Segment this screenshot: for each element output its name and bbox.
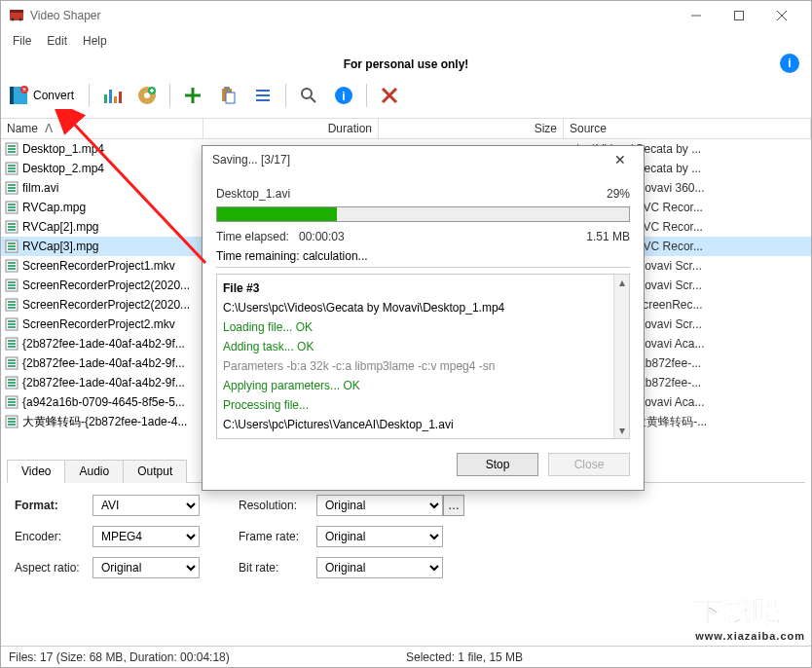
log-line: C:\Users\pc\Videos\Gecata by Movavi\Desk… [223, 298, 623, 317]
svg-rect-5 [735, 12, 744, 20]
format-select[interactable]: AVI [92, 495, 200, 516]
log-line: Loading file... OK [223, 317, 623, 337]
col-source[interactable]: Source [564, 119, 811, 138]
about-button[interactable]: i [329, 81, 358, 110]
menu-edit[interactable]: Edit [39, 32, 75, 50]
log-line: File #3 [223, 278, 623, 298]
menu-bar: File Edit Help [1, 30, 811, 52]
banner-text: For personal use only! [344, 57, 469, 71]
paste-button[interactable] [213, 81, 242, 110]
log-scrollbar[interactable]: ▴▾ [613, 275, 629, 438]
separator [89, 84, 90, 107]
tab-audio[interactable]: Audio [64, 460, 124, 483]
list-header: Name ᐱ Duration Size Source [1, 118, 811, 139]
dialog-close-icon[interactable]: ✕ [607, 152, 634, 167]
log-box: File #3 C:\Users\pc\Videos\Gecata by Mov… [216, 274, 630, 439]
svg-point-26 [302, 89, 312, 98]
svg-rect-73 [8, 340, 16, 342]
svg-rect-86 [8, 401, 16, 403]
equalizer-button[interactable] [97, 81, 127, 110]
svg-rect-37 [8, 165, 16, 167]
dialog-close-button[interactable]: Close [548, 453, 630, 476]
status-files: Files: 17 (Size: 68 MB, Duration: 00:04:… [9, 650, 230, 664]
svg-rect-50 [8, 226, 16, 228]
remaining-text: Time remaining: calculation... [216, 249, 630, 263]
svg-rect-43 [8, 190, 16, 192]
tab-video[interactable]: Video [7, 460, 65, 483]
size-text: 1.51 MB [586, 230, 630, 243]
svg-point-3 [19, 19, 22, 21]
svg-rect-75 [8, 346, 16, 348]
list-button[interactable] [248, 81, 277, 110]
encoder-select[interactable]: MPEG4 [92, 526, 200, 547]
svg-rect-42 [8, 187, 16, 189]
svg-rect-38 [8, 167, 16, 169]
svg-rect-54 [8, 245, 16, 247]
svg-rect-49 [8, 223, 16, 225]
col-name[interactable]: Name ᐱ [1, 119, 203, 138]
svg-rect-46 [8, 206, 16, 208]
format-label: Format: [15, 499, 92, 512]
minimize-button[interactable] [675, 1, 718, 30]
svg-rect-77 [8, 359, 16, 361]
svg-rect-63 [8, 287, 16, 289]
svg-rect-1 [10, 10, 23, 13]
window-title: Video Shaper [30, 9, 675, 22]
convert-label: Convert [33, 89, 74, 102]
svg-rect-55 [8, 248, 16, 250]
svg-rect-67 [8, 307, 16, 309]
watermark: 下载吧 www.xiazaiba.com [695, 593, 805, 642]
convert-button[interactable]: Convert [7, 81, 81, 110]
svg-rect-87 [8, 404, 16, 406]
dialog-title: Saving... [3/17] [212, 153, 607, 167]
svg-rect-66 [8, 304, 16, 306]
svg-rect-34 [8, 148, 16, 150]
svg-rect-41 [8, 184, 16, 186]
aspect-select[interactable]: Original [92, 557, 200, 578]
svg-rect-58 [8, 265, 16, 267]
log-line: C:\Users\pc\Pictures\VanceAI\Desktop_1.a… [223, 415, 623, 434]
svg-rect-70 [8, 323, 16, 325]
svg-rect-90 [8, 421, 16, 423]
search-button[interactable] [294, 81, 323, 110]
col-duration[interactable]: Duration [203, 119, 379, 138]
tab-output[interactable]: Output [123, 460, 187, 483]
status-bar: Files: 17 (Size: 68 MB, Duration: 00:04:… [1, 646, 811, 667]
bitrate-select[interactable]: Original [316, 557, 443, 578]
svg-rect-85 [8, 398, 16, 400]
current-file: Desktop_1.avi [216, 187, 290, 201]
maximize-button[interactable] [718, 1, 760, 30]
resolution-label: Resolution: [239, 499, 316, 512]
svg-rect-81 [8, 379, 16, 381]
menu-file[interactable]: File [5, 32, 39, 50]
framerate-select[interactable]: Original [316, 526, 443, 547]
svg-rect-53 [8, 242, 16, 244]
menu-help[interactable]: Help [75, 32, 115, 50]
svg-rect-83 [8, 385, 16, 387]
elapsed-label: Time elapsed: [216, 230, 289, 243]
license-banner: For personal use only! i [1, 52, 811, 77]
resolution-select[interactable]: Original [316, 495, 443, 516]
resolution-edit-button[interactable]: … [443, 495, 464, 516]
disc-button[interactable] [132, 81, 162, 110]
add-button[interactable] [178, 81, 207, 110]
stop-button[interactable]: Stop [457, 453, 538, 476]
remove-button[interactable] [375, 81, 404, 110]
svg-rect-57 [8, 262, 16, 264]
svg-rect-78 [8, 362, 16, 364]
svg-text:i: i [342, 90, 345, 103]
status-selected: Selected: 1 file, 15 MB [406, 650, 523, 664]
svg-rect-22 [224, 87, 230, 91]
svg-rect-51 [8, 229, 16, 231]
aspect-label: Aspect ratio: [15, 561, 92, 575]
video-panel: Format: AVI Resolution: Original … Encod… [1, 483, 811, 590]
app-icon [9, 8, 24, 23]
svg-point-16 [144, 93, 150, 98]
log-line: Parameters -b:a 32k -c:a libmp3lame -c:v… [223, 356, 623, 376]
svg-rect-11 [104, 94, 107, 103]
close-button[interactable] [760, 1, 803, 30]
col-size[interactable]: Size [379, 119, 564, 138]
svg-rect-12 [109, 90, 112, 103]
info-icon[interactable]: i [780, 54, 799, 73]
title-bar: Video Shaper [1, 1, 811, 30]
